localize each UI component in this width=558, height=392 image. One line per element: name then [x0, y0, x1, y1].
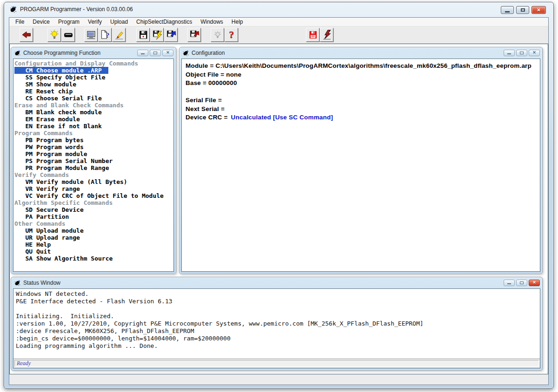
maximize-icon: [520, 52, 524, 54]
list-item[interactable]: CS Choose Serial File: [14, 95, 173, 102]
status-log-line: Initializing. Initialized.: [16, 313, 538, 320]
device-crc-label: Device CRC =: [186, 114, 228, 121]
list-item[interactable]: VR Verify range: [14, 185, 173, 192]
close-icon: ✕: [532, 281, 536, 285]
list-section-header: Other Commands: [14, 220, 173, 227]
red-back-arrow-icon: [21, 29, 32, 40]
menu-windows[interactable]: Windows: [196, 18, 227, 26]
cpf-titlebar[interactable]: Choose Programming Function ✕: [11, 47, 176, 58]
lightbulb-icon: [49, 29, 60, 40]
quick-program-button[interactable]: [320, 28, 333, 42]
list-item[interactable]: SS Specify Object File: [14, 74, 173, 81]
specify-object-file-button[interactable]: ?: [98, 28, 112, 42]
upload-module-button[interactable]: [164, 28, 178, 42]
status-titlebar[interactable]: Status Window ✕: [11, 277, 542, 288]
verify-module-button[interactable]: [187, 28, 201, 42]
status-log-line: :begin_cs device=$00000000, length=$1400…: [16, 335, 538, 342]
floppy-red-arrow-icon: [189, 29, 200, 40]
list-item[interactable]: SM Show module: [14, 81, 173, 88]
cpf-close-button[interactable]: ✕: [162, 50, 173, 56]
pencil-icon: [113, 29, 125, 40]
config-line: Module = C:\Users\Keith\Documents\ProgAR…: [186, 62, 536, 71]
app-close-button[interactable]: ✕: [531, 6, 546, 14]
config-line: Base = 00000000: [186, 79, 536, 88]
status-log-line: :version 1.00, 10/27/2010, Copyright P&E…: [16, 320, 538, 327]
status-statusbar: Ready: [13, 359, 540, 368]
list-item[interactable]: HE Help: [14, 241, 173, 248]
svg-text:?: ?: [106, 32, 109, 39]
config-line: Object File = none: [186, 71, 536, 79]
svg-text:?: ?: [229, 29, 234, 40]
window-bug-icon: [183, 50, 189, 56]
lightbulb-off-button[interactable]: [211, 28, 224, 42]
list-item[interactable]: VM Verify module (All Bytes): [14, 178, 173, 185]
app-logo-bug-icon: [10, 6, 17, 13]
cpf-maximize-button[interactable]: [150, 50, 161, 56]
config-device-crc-line: Device CRC =Uncalculated [Use SC Command…: [186, 113, 536, 122]
edit-button[interactable]: [112, 28, 126, 42]
black-module-icon: [63, 29, 74, 40]
save-button[interactable]: [136, 28, 150, 42]
menu-chipselectdiagnostics[interactable]: ChipSelectDiagnostics: [132, 18, 196, 26]
window-bottom-strip: [9, 374, 548, 385]
list-section-header: Erase and Blank Check Commands: [14, 102, 173, 109]
red-question-icon: ?: [226, 29, 237, 40]
list-item[interactable]: EM Erase module: [14, 116, 173, 123]
list-item[interactable]: EN Erase if not Blank: [14, 123, 173, 130]
app-titlebar[interactable]: PROGARM Programmer - Version 0.03.00.06: [4, 2, 553, 16]
minimize-icon: [141, 53, 145, 54]
cpf-window-title: Choose Programming Function: [23, 50, 100, 56]
floppy-lightning-icon: [152, 29, 163, 40]
configuration-window: Configuration ✕ Module = C:\Users\Keith\…: [179, 47, 543, 274]
menu-verify[interactable]: Verify: [84, 18, 106, 26]
status-maximize-button[interactable]: [516, 280, 527, 286]
device-crc-value: Uncalculated [Use SC Command]: [231, 114, 333, 121]
menu-program[interactable]: Program: [54, 18, 84, 26]
chip-icon: [86, 29, 97, 40]
cpf-minimize-button[interactable]: [137, 50, 148, 56]
status-minimize-button[interactable]: [504, 280, 515, 286]
exit-button[interactable]: [20, 28, 33, 42]
list-section-header: Algorithm Specific Commands: [14, 199, 173, 206]
cpf-caption-buttons: ✕: [137, 50, 173, 56]
list-item[interactable]: BM Blank check module: [14, 109, 173, 116]
config-titlebar[interactable]: Configuration ✕: [179, 47, 542, 58]
list-item[interactable]: CM Choose module .ARP: [14, 67, 173, 74]
status-close-button[interactable]: ✕: [529, 280, 540, 286]
help-button[interactable]: ?: [225, 28, 238, 42]
list-item[interactable]: UM Upload module: [14, 227, 173, 234]
tool-bar: ??: [9, 26, 548, 44]
menu-help[interactable]: Help: [227, 18, 247, 26]
list-item[interactable]: SD Secure Device: [14, 206, 173, 213]
list-item[interactable]: QU Quit: [14, 248, 173, 255]
list-item[interactable]: UR Upload range: [14, 234, 173, 241]
app-minimize-button[interactable]: [501, 6, 514, 14]
choose-module-button[interactable]: [84, 28, 98, 42]
menu-device[interactable]: Device: [28, 18, 54, 26]
menu-upload[interactable]: Upload: [106, 18, 132, 26]
config-maximize-button[interactable]: [516, 50, 527, 56]
app-maximize-button[interactable]: [516, 6, 529, 14]
black-module-button[interactable]: [61, 28, 75, 42]
floppy-icon: [138, 29, 149, 40]
list-item[interactable]: PR Program Module Range: [14, 164, 173, 171]
red-lightning-icon: [321, 29, 332, 40]
program-module-button[interactable]: [150, 28, 164, 42]
list-item[interactable]: PW Program words: [14, 144, 173, 150]
list-item[interactable]: PS Program Serial Number: [14, 157, 173, 164]
status-window-title: Status Window: [23, 280, 60, 286]
config-line: Next Serial =: [186, 105, 536, 114]
config-minimize-button[interactable]: [504, 50, 515, 56]
config-window-title: Configuration: [192, 50, 225, 56]
list-item[interactable]: PB Program bytes: [14, 137, 173, 144]
list-item[interactable]: PA Partition: [14, 213, 173, 220]
list-item[interactable]: RE Reset chip: [14, 88, 173, 95]
lightbulb-on-button[interactable]: [47, 28, 61, 42]
list-item[interactable]: VC Verify CRC of Object File to Module: [14, 192, 173, 199]
menu-file[interactable]: File: [11, 18, 28, 26]
list-item[interactable]: SA Show Algorithm Source: [14, 255, 173, 262]
save-red-button[interactable]: [306, 28, 319, 42]
status-log-line: Loading programming algorithm ... Done.: [16, 342, 538, 350]
list-item[interactable]: PM Program module: [14, 150, 173, 157]
config-close-button[interactable]: ✕: [529, 50, 540, 56]
